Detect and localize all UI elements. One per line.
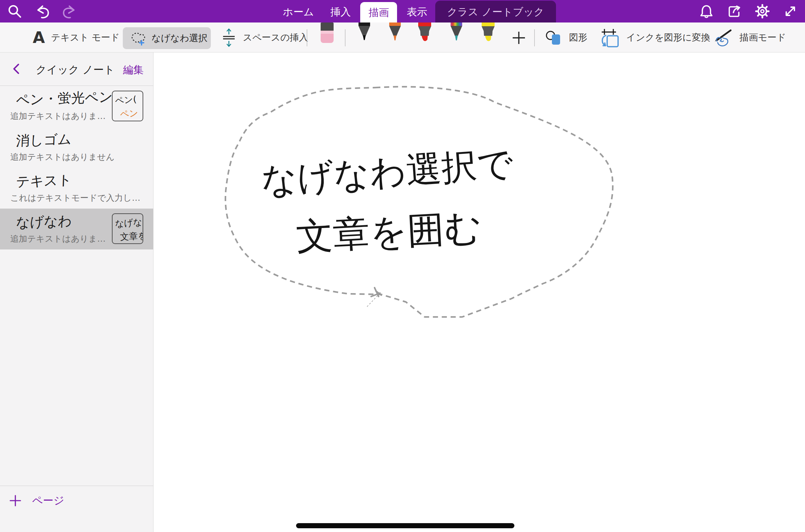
ink-to-shape-icon xyxy=(599,27,620,48)
page-title-ink: なげなわ xyxy=(16,211,72,232)
highlighter-red-tool[interactable] xyxy=(416,22,434,44)
share-icon[interactable] xyxy=(727,3,742,19)
ink-layer: なげなわ選択で 文章を囲む xyxy=(153,52,805,532)
page-list-sidebar: クイック ノート 編集 ペン・蛍光ペン 追加テキストはありま… ペン( ペン 消… xyxy=(0,52,153,532)
page-item-pen-highlighter[interactable]: ペン・蛍光ペン 追加テキストはありま… ペン( ペン xyxy=(0,86,153,127)
add-page-label: ページ xyxy=(32,493,64,508)
lasso-selection-outline[interactable] xyxy=(225,87,613,317)
topbar-right-icons xyxy=(699,3,798,19)
shapes-icon xyxy=(545,29,563,46)
insert-space-button[interactable]: スペースの挿入 xyxy=(221,26,308,49)
page-subtitle: これはテキストモードで入力し… xyxy=(10,192,140,203)
highlighter-yellow-tool[interactable] xyxy=(479,22,497,44)
toolbar-separator xyxy=(345,29,346,46)
notifications-bell-icon[interactable] xyxy=(699,3,714,19)
pen-rainbow-tool[interactable] xyxy=(448,22,465,44)
text-mode-a-icon: A xyxy=(33,30,45,45)
draw-toolbar: A テキスト モード なげなわ選択 スペースの挿入 xyxy=(0,22,805,52)
home-indicator[interactable] xyxy=(296,523,514,528)
page-subtitle: 追加テキストはありま… xyxy=(10,110,106,122)
top-app-bar: ホーム 挿入 描画 表示 クラス ノートブック xyxy=(0,0,805,22)
pen-orange-tool[interactable] xyxy=(386,22,404,44)
page-item-lasso-selected[interactable]: なげなわ 追加テキストはありま… なげなわ 文章を xyxy=(0,209,153,249)
toolbar-separator xyxy=(534,29,535,46)
draw-mode-button[interactable]: 描画モード xyxy=(712,26,786,49)
ink-handwriting-line-2[interactable]: 文章を囲む xyxy=(295,206,483,258)
page-item-text[interactable]: テキスト これはテキストモードで入力し… xyxy=(0,168,153,209)
page-title-ink: ペン・蛍光ペン xyxy=(16,87,113,109)
thumb-ink-line: なげなわ xyxy=(115,215,143,230)
page-title-ink: 消しゴム xyxy=(16,130,72,150)
page-item-eraser[interactable]: 消しゴム 追加テキストはありません xyxy=(0,127,153,168)
tab-home[interactable]: ホーム xyxy=(275,0,322,22)
page-thumbnail: ペン( ペン xyxy=(112,91,143,121)
note-canvas[interactable]: なげなわ選択で 文章を囲む xyxy=(153,52,805,532)
ribbon-tabs: ホーム 挿入 描画 表示 クラス ノートブック xyxy=(275,0,556,22)
thumb-ink-line: ペン( xyxy=(115,93,137,107)
shapes-button[interactable]: 図形 xyxy=(545,26,587,49)
page-title-ink: テキスト xyxy=(16,170,72,191)
fullscreen-expand-icon[interactable] xyxy=(782,3,798,19)
lasso-start-knot xyxy=(366,288,381,307)
pen-black-tool[interactable] xyxy=(355,22,373,44)
redo-icon[interactable] xyxy=(62,3,78,19)
ink-handwriting-line-1[interactable]: なげなわ選択で xyxy=(260,142,514,201)
back-chevron-icon[interactable] xyxy=(10,62,24,76)
edit-button[interactable]: 編集 xyxy=(123,63,144,77)
ink-to-shape-button[interactable]: インクを図形に変換 xyxy=(599,26,710,49)
thumb-ink-line: ペン xyxy=(120,107,138,120)
page-subtitle: 追加テキストはありません xyxy=(10,151,115,163)
tab-view[interactable]: 表示 xyxy=(398,0,435,22)
sidebar-footer: ページ xyxy=(0,486,153,532)
add-page-button[interactable]: ページ xyxy=(9,493,64,508)
insert-space-label: スペースの挿入 xyxy=(243,31,308,44)
page-thumbnail: なげなわ 文章を xyxy=(112,213,143,244)
tab-insert[interactable]: 挿入 xyxy=(322,0,359,22)
shapes-label: 図形 xyxy=(569,31,587,44)
add-page-plus-icon xyxy=(9,494,22,507)
page-subtitle: 追加テキストはありま… xyxy=(10,233,106,244)
ink-to-shape-label: インクを図形に変換 xyxy=(626,31,710,44)
lasso-select-button[interactable]: なげなわ選択 xyxy=(123,27,211,49)
draw-mode-hand-pen-icon xyxy=(712,28,733,47)
lasso-icon xyxy=(130,30,147,46)
toolbar-separator xyxy=(307,29,307,46)
undo-icon[interactable] xyxy=(34,3,50,19)
sidebar-header: クイック ノート 編集 xyxy=(0,52,153,86)
tab-draw[interactable]: 描画 xyxy=(360,2,397,22)
settings-gear-icon[interactable] xyxy=(755,3,770,19)
eraser-tool[interactable] xyxy=(319,22,336,44)
text-mode-button[interactable]: A テキスト モード xyxy=(33,26,120,49)
tab-class-notebook[interactable]: クラス ノートブック xyxy=(435,1,556,22)
text-mode-label: テキスト モード xyxy=(51,31,120,44)
lasso-select-label: なげなわ選択 xyxy=(151,32,208,44)
insert-space-icon xyxy=(221,28,237,47)
search-icon[interactable] xyxy=(7,3,23,19)
notebook-section-title: クイック ノート xyxy=(36,63,115,77)
thumb-ink-line: 文章を xyxy=(120,230,143,243)
onenote-app: ホーム 挿入 描画 表示 クラス ノートブック xyxy=(0,0,805,532)
add-pen-plus-icon[interactable] xyxy=(511,30,527,46)
draw-mode-label: 描画モード xyxy=(740,31,786,44)
